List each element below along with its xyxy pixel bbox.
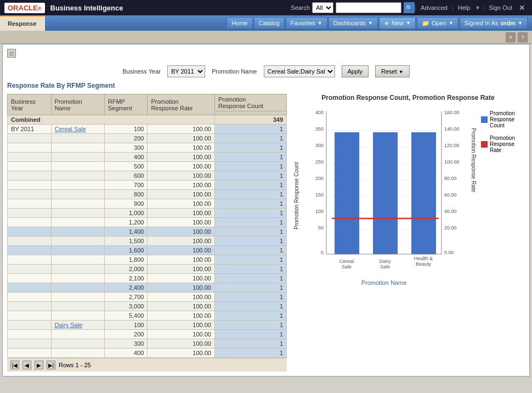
cell-rate: 100.00 (148, 227, 215, 237)
svg-text:120.00: 120.00 (444, 143, 460, 148)
search-input[interactable] (336, 2, 401, 13)
help-icon[interactable]: ? (518, 32, 528, 42)
top-bar: ORACLE® Business Intelligence Search All… (0, 0, 532, 15)
page-next-btn[interactable]: ▶ (35, 361, 43, 369)
grid-icon[interactable]: ≡ (506, 32, 516, 42)
cell-segment: 100 (104, 321, 148, 330)
cell-segment: 1,600 (104, 246, 148, 255)
cell-segment: 2,100 (104, 274, 148, 283)
business-year-label: Business Year (122, 68, 161, 75)
svg-text:50: 50 (318, 225, 324, 231)
cell-segment: 900 (104, 199, 148, 209)
promo-link[interactable]: Cereal Sale (55, 126, 86, 132)
cell-promo (51, 181, 104, 190)
data-table: BusinessYear PromotionName RFMPSegment P… (7, 94, 287, 358)
table-row: 1,800100.001 (8, 255, 287, 265)
bi-title: Business Intelligence (50, 4, 291, 12)
cell-count: 1 (214, 339, 286, 349)
section-title: Response Rate By RFMP Segment (7, 82, 525, 89)
svg-text:350: 350 (315, 126, 324, 132)
cell-rate: 100.00 (148, 181, 215, 190)
cell-segment: 700 (104, 181, 148, 190)
page-prev-btn[interactable]: ◀ (22, 361, 31, 369)
pagination-info: Rows 1 - 25 (59, 362, 91, 368)
svg-text:40.00: 40.00 (444, 209, 457, 214)
cell-count: 1 (214, 218, 286, 227)
legend-color-count (481, 116, 488, 123)
cell-promo (51, 274, 104, 283)
col-header-year: BusinessYear (8, 94, 52, 115)
toolbar-row: ≡ ? (0, 31, 532, 44)
legend-item-rate: PromotionResponseRate (481, 135, 515, 153)
favorites-button[interactable]: Favorites ▼ (286, 17, 327, 29)
advanced-link[interactable]: Advanced (418, 3, 450, 12)
business-year-select[interactable]: BY 2011 (167, 65, 205, 77)
cell-segment: 1,500 (104, 237, 148, 246)
page-last-btn[interactable]: ▶| (47, 361, 55, 369)
x-label-dairy: Dairy (379, 259, 391, 264)
bar-cereal-sale (335, 132, 359, 254)
cell-rate: 100.00 (148, 283, 215, 293)
collapse-button[interactable]: □ (7, 49, 16, 58)
help-link[interactable]: Help (456, 3, 473, 12)
reset-button[interactable]: Reset ▼ (375, 65, 410, 77)
table-row: 400100.001 (8, 349, 287, 358)
cell-count: 1 (214, 283, 286, 293)
cell-year (8, 143, 52, 153)
cell-rate: 100.00 (148, 339, 215, 349)
cell-rate: 100.00 (148, 199, 215, 209)
new-button[interactable]: ★ New ▼ (379, 17, 416, 29)
table-row: 200100.001 (8, 134, 287, 143)
cell-count: 1 (214, 181, 286, 190)
cell-rate: 100.00 (148, 293, 215, 302)
cell-count: 1 (214, 274, 286, 283)
table-row: 1,200100.001 (8, 218, 287, 227)
open-button[interactable]: 📁 Open ▼ (417, 17, 459, 29)
svg-text:0: 0 (321, 250, 324, 255)
cell-promo (51, 162, 104, 171)
cell-segment: 500 (104, 162, 148, 171)
signout-link[interactable]: Sign Out (486, 3, 514, 12)
table-row: 1,600100.001 (8, 246, 287, 255)
search-dropdown[interactable]: All (312, 2, 333, 13)
chart-area: Promotion Response Count, Promotion Resp… (291, 94, 525, 372)
table-row: 1,500100.001 (8, 237, 287, 246)
promo-link[interactable]: Dairy Sale (55, 322, 83, 328)
filter-area: Business Year BY 2011 Promotion Name Cer… (7, 65, 525, 77)
catalog-button[interactable]: Catalog (254, 17, 285, 29)
page-first-btn[interactable]: |◀ (10, 361, 19, 369)
svg-text:0.00: 0.00 (444, 250, 454, 255)
cell-year (8, 190, 52, 199)
cell-segment: 2,700 (104, 293, 148, 302)
table-row: 400100.001 (8, 153, 287, 162)
apply-button[interactable]: Apply (342, 65, 369, 77)
search-button[interactable]: 🔍 (404, 2, 415, 13)
cell-promo (51, 265, 104, 274)
cell-year (8, 302, 52, 311)
nav-bar: Response Home Catalog Favorites ▼ Dashbo… (0, 15, 532, 31)
dashboards-button[interactable]: Dashboards ▼ (329, 17, 378, 29)
cell-promo (51, 283, 104, 293)
combined-row: Combined 349 (8, 115, 287, 125)
table-row: 600100.001 (8, 171, 287, 181)
cell-segment: 2,000 (104, 265, 148, 274)
cell-year (8, 181, 52, 190)
data-table-wrapper: BusinessYear PromotionName RFMPSegment P… (7, 94, 287, 372)
top-nav-right: | Advanced | Help ▼ | Sign Out ✕ (415, 2, 528, 13)
home-button[interactable]: Home (227, 17, 252, 29)
cell-rate: 100.00 (148, 302, 215, 311)
cell-promo (51, 143, 104, 153)
response-tab[interactable]: Response (0, 15, 45, 31)
cell-count: 1 (214, 125, 286, 134)
cell-rate: 100.00 (148, 171, 215, 181)
x-label-health: Health & (414, 256, 433, 261)
legend-label-count: PromotionResponseCount (490, 110, 515, 128)
cell-count: 1 (214, 171, 286, 181)
cell-count: 1 (214, 321, 286, 330)
svg-text:Beauty: Beauty (416, 261, 432, 267)
cell-segment: 600 (104, 171, 148, 181)
cell-year (8, 255, 52, 265)
promotion-name-select[interactable]: Cereal Sale;Dairy Sal... (264, 65, 335, 77)
cell-segment: 1,000 (104, 209, 148, 218)
signed-in-button[interactable]: Signed In As ordm ▼ (460, 17, 528, 29)
